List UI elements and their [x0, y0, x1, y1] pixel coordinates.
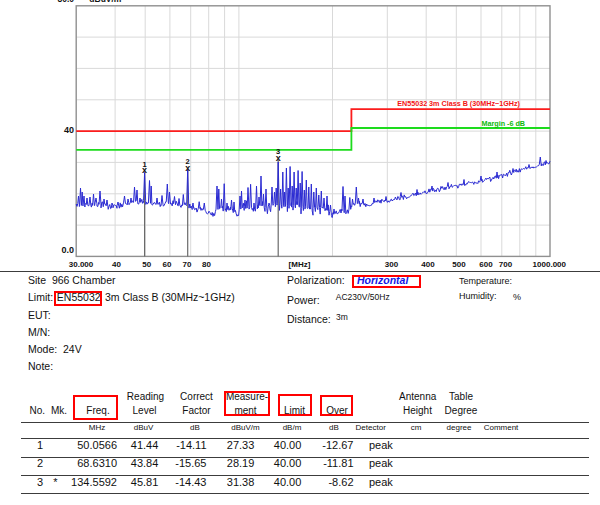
svg-text:1: 1: [143, 160, 147, 169]
svg-text:700: 700: [499, 260, 513, 269]
svg-text:600: 600: [479, 260, 493, 269]
svg-text:40: 40: [112, 260, 121, 269]
svg-text:Margin -6 dB: Margin -6 dB: [481, 119, 525, 128]
svg-text:400: 400: [421, 260, 435, 269]
svg-text:50: 50: [142, 260, 151, 269]
svg-text:70: 70: [183, 260, 192, 269]
svg-text:EN55032 3m Class B (30MHz~1GHz: EN55032 3m Class B (30MHz~1GHz): [397, 99, 520, 108]
svg-text:2: 2: [186, 157, 190, 166]
svg-text:30.000: 30.000: [69, 260, 94, 269]
svg-text:[MHz]: [MHz]: [289, 260, 311, 269]
svg-text:80.0: 80.0: [57, 0, 74, 4]
svg-text:dBuV/m: dBuV/m: [89, 0, 122, 4]
svg-text:80: 80: [202, 260, 211, 269]
svg-text:500: 500: [452, 260, 466, 269]
svg-text:3: 3: [276, 147, 280, 156]
svg-text:1000.000: 1000.000: [533, 260, 567, 269]
svg-text:60: 60: [163, 260, 172, 269]
svg-text:300: 300: [385, 260, 399, 269]
svg-text:0.0: 0.0: [61, 245, 74, 255]
svg-text:40: 40: [64, 125, 74, 135]
